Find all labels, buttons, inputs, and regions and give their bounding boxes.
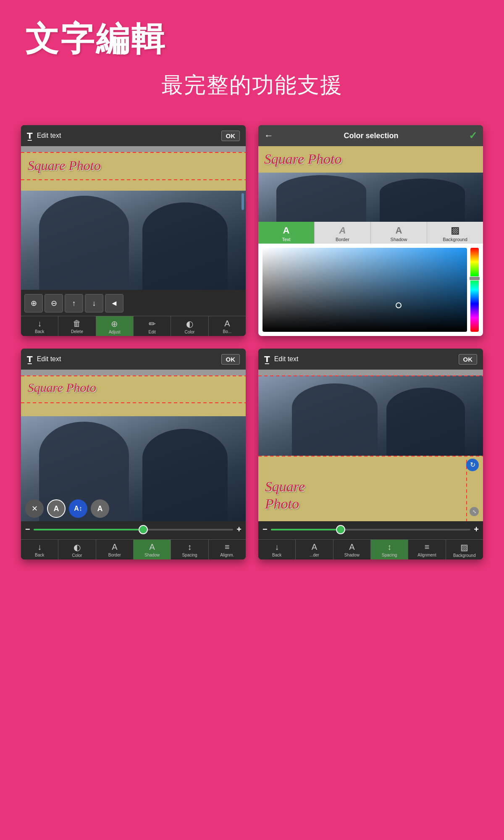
tab-text[interactable]: A Text (258, 222, 315, 244)
move-down-button[interactable]: ↓ (85, 294, 103, 312)
color-picker-area (258, 244, 483, 336)
bubble-a-outline[interactable]: A (47, 499, 66, 518)
card3-gray-bar (21, 370, 246, 375)
zoom-out-button[interactable]: ⊖ (45, 294, 63, 312)
card4-script-text: Square Photo (265, 478, 305, 513)
card4-topbar: T̲ Edit text OK (258, 349, 483, 370)
card3-align-btn[interactable]: ≡ Alignm. (209, 540, 246, 559)
card3-script-text: Square Photo (28, 381, 96, 395)
card1-toolbar-row2: ↓ Back 🗑 Delete ⊕ Adjust ✏ Edit ◐ Col (21, 316, 246, 336)
slider-minus-icon[interactable]: − (25, 525, 30, 534)
rotate-handle[interactable]: ↻ (466, 459, 479, 471)
card2-color-tabs: A Text A Border A Shadow ▨ Background (258, 222, 483, 244)
spacing-icon2: ↕ (187, 542, 192, 552)
card4-border-btn[interactable]: A ...der (296, 540, 333, 559)
move-up-button[interactable]: ↑ (65, 294, 83, 312)
card3-back-btn[interactable]: ↓ Back (21, 540, 58, 559)
slider-plus-icon[interactable]: + (236, 525, 242, 534)
header: 文字編輯 最完整的功能支援 (0, 0, 504, 108)
card3-shadow-btn[interactable]: A Shadow (134, 540, 171, 559)
card4-gray-bar (258, 370, 483, 375)
card4-slider-plus[interactable]: + (474, 525, 479, 534)
card1-gray-bar (21, 146, 246, 152)
align-icon: ≡ (225, 542, 230, 552)
border-icon: A (224, 319, 230, 328)
border-icon3: A (312, 542, 317, 552)
card3-ok-button[interactable]: OK (221, 354, 240, 365)
card3-spacing-slider: − + (21, 521, 246, 538)
tab-background[interactable]: ▨ Background (427, 222, 483, 244)
card2-script-text: Square Photo (264, 151, 342, 167)
scroll-indicator (242, 193, 244, 210)
border-icon2: A (112, 542, 117, 552)
card1-color-btn[interactable]: ◐ Color (171, 316, 208, 336)
card3-topbar: T̲ Edit text OK (21, 349, 246, 370)
slider-track[interactable] (34, 529, 234, 530)
color-gradient-box[interactable] (262, 248, 467, 332)
card2-photo-preview: Square Photo (258, 146, 483, 222)
back-icon2: ↓ (37, 542, 42, 552)
card1-delete-btn[interactable]: 🗑 Delete (58, 316, 96, 336)
card3-text-tool-icon: T̲ (27, 354, 33, 364)
card3-title: Edit text (37, 355, 61, 363)
card1-script-text: Square Photo (28, 158, 101, 173)
page-title: 文字編輯 (25, 17, 479, 62)
bg-icon: ▨ (460, 542, 468, 552)
bg-tab-icon: ▨ (451, 225, 459, 236)
border-tab-icon: A (339, 225, 346, 236)
color-icon: ◐ (186, 319, 193, 329)
delete-icon: 🗑 (73, 319, 81, 328)
card3-photo-area: Square Photo ✕ A A↕ A (21, 375, 246, 521)
card1-title: Edit text (37, 132, 61, 139)
card1-back-btn[interactable]: ↓ Back (21, 316, 58, 336)
hue-slider[interactable] (470, 248, 479, 332)
back-arrow-icon[interactable]: ← (264, 130, 273, 141)
card1-adjust-btn[interactable]: ⊕ Adjust (96, 316, 134, 336)
spacing-icon3: ↕ (387, 542, 391, 552)
shadow-icon2: A (149, 542, 155, 552)
card4-bg-btn[interactable]: ▨ Background (446, 540, 483, 559)
card4-slider-minus[interactable]: − (262, 525, 268, 534)
align-icon2: ≡ (425, 542, 430, 552)
text-tool-icon: T̲ (27, 131, 33, 141)
card4-shadow-btn[interactable]: A Shadow (333, 540, 371, 559)
adjust-icon: ⊕ (111, 319, 118, 329)
card3-spacing-btn[interactable]: ↕ Spacing (171, 540, 208, 559)
resize-handle[interactable]: ⤡ (470, 507, 479, 516)
move-left-button[interactable]: ◄ (105, 294, 123, 312)
back-icon: ↓ (37, 319, 42, 328)
tab-shadow[interactable]: A Shadow (371, 222, 427, 244)
screenshots-grid: T̲ Edit text OK Square Photo (0, 113, 504, 572)
slider-fill (34, 529, 144, 530)
card4-slider-track[interactable] (271, 529, 471, 530)
card4-slider-fill (271, 529, 341, 530)
card2-color-selection: ← Color selection ✓ Square Photo A Text … (258, 125, 483, 336)
card1-border-btn[interactable]: A Bo... (209, 316, 246, 336)
zoom-in-button[interactable]: ⊕ (24, 294, 43, 312)
slider-thumb[interactable] (139, 525, 148, 534)
tab-border[interactable]: A Border (315, 222, 371, 244)
card3-border-btn[interactable]: A Border (96, 540, 134, 559)
edit-icon: ✏ (149, 319, 156, 329)
card2-title: Color selection (344, 131, 398, 140)
card4-text-tool-icon: T̲ (264, 354, 270, 364)
bubble-a-plain[interactable]: A (91, 499, 109, 518)
bubble-x[interactable]: ✕ (25, 499, 44, 518)
card4-back-btn[interactable]: ↓ Back (258, 540, 296, 559)
card1-edit-text: T̲ Edit text OK Square Photo (21, 125, 246, 336)
card4-slider-thumb[interactable] (336, 525, 345, 534)
card4-align-btn[interactable]: ≡ Alignment (408, 540, 446, 559)
card4-spacing-btn[interactable]: ↕ Spacing (371, 540, 408, 559)
card1-edit-btn[interactable]: ✏ Edit (134, 316, 171, 336)
text-tab-icon: A (283, 225, 290, 236)
card3-color-btn[interactable]: ◐ Color (58, 540, 96, 559)
card4-ok-button[interactable]: OK (459, 354, 478, 365)
card4-spacing-slider: − + (258, 521, 483, 538)
card2-topbar: ← Color selection ✓ (258, 125, 483, 146)
shadow-tab-icon: A (396, 225, 402, 236)
bubble-a-size[interactable]: A↕ (69, 499, 87, 518)
card4-edit-text-bg: T̲ Edit text OK Square Photo (258, 349, 483, 559)
card1-ok-button[interactable]: OK (221, 131, 240, 141)
confirm-checkmark[interactable]: ✓ (469, 130, 477, 142)
card1-toolbar-row1: ⊕ ⊖ ↑ ↓ ◄ (21, 292, 246, 314)
